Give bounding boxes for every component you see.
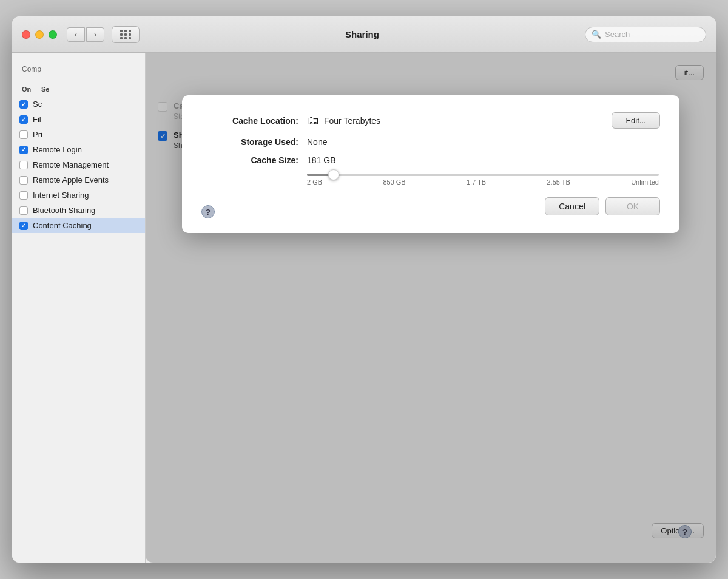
- checkbox-remote-apple-events[interactable]: [19, 176, 28, 185]
- cancel-button[interactable]: Cancel: [545, 197, 599, 215]
- service-name-screen-sharing: Sc: [33, 100, 42, 109]
- modal-help-button[interactable]: ?: [201, 205, 215, 218]
- cache-size-slider-section: 2 GB 850 GB 1.7 TB 2.55 TB Unlimited: [307, 174, 660, 186]
- slider-labels: 2 GB 850 GB 1.7 TB 2.55 TB Unlimited: [307, 178, 659, 186]
- search-placeholder: Search: [605, 30, 630, 39]
- service-item-printer-sharing[interactable]: Pri: [12, 127, 145, 142]
- storage-used-value: None: [307, 137, 327, 147]
- forward-button[interactable]: ›: [86, 27, 104, 42]
- service-name-remote-management: Remote Management: [33, 160, 109, 169]
- content-area: Comp On Se Sc Fil Pri: [12, 53, 716, 563]
- back-button[interactable]: ‹: [67, 27, 85, 42]
- col-on-header: On: [22, 86, 41, 93]
- checkbox-content-caching[interactable]: [19, 222, 28, 230]
- slider-label-unlimited: Unlimited: [631, 178, 659, 186]
- left-panel: Comp On Se Sc Fil Pri: [12, 53, 146, 563]
- right-panel: it... Cache iCloud Content Store iCloud …: [146, 53, 716, 563]
- cache-location-label: Cache Location:: [201, 116, 298, 126]
- computer-name-section: Comp: [12, 60, 145, 83]
- col-service-header: Se: [41, 86, 49, 93]
- checkbox-screen-sharing[interactable]: [19, 100, 28, 109]
- service-list: Sc Fil Pri Remote Login Remote Managemen: [12, 96, 145, 555]
- cache-size-value: 181 GB: [307, 155, 335, 165]
- window-title: Sharing: [140, 29, 585, 39]
- service-item-bluetooth-sharing[interactable]: Bluetooth Sharing: [12, 203, 145, 218]
- checkbox-remote-login[interactable]: [19, 146, 28, 154]
- checkbox-printer-sharing[interactable]: [19, 130, 28, 139]
- storage-used-row: Storage Used: None: [201, 137, 660, 147]
- traffic-lights: [22, 30, 57, 39]
- service-item-remote-apple-events[interactable]: Remote Apple Events: [12, 172, 145, 188]
- cache-location-value: 🗂 Four Terabytes: [307, 113, 380, 127]
- checkbox-file-sharing[interactable]: [19, 115, 28, 124]
- cache-location-row: Cache Location: 🗂 Four Terabytes Edit...: [201, 112, 660, 129]
- service-item-remote-management[interactable]: Remote Management: [12, 157, 145, 172]
- ok-button[interactable]: OK: [605, 197, 660, 215]
- service-item-screen-sharing[interactable]: Sc: [12, 96, 145, 112]
- service-name-remote-apple-events: Remote Apple Events: [33, 175, 109, 185]
- service-item-internet-sharing[interactable]: Internet Sharing: [12, 188, 145, 203]
- service-item-content-caching[interactable]: Content Caching: [12, 218, 145, 233]
- cache-size-row: Cache Size: 181 GB: [201, 155, 660, 165]
- search-box[interactable]: 🔍 Search: [585, 27, 706, 42]
- cache-size-label: Cache Size:: [201, 155, 298, 165]
- service-name-file-sharing: Fil: [33, 115, 41, 124]
- slider-label-255tb: 2.55 TB: [547, 178, 570, 186]
- service-name-bluetooth-sharing: Bluetooth Sharing: [33, 206, 95, 215]
- modal-footer: Cancel OK: [545, 197, 660, 215]
- computer-name-label: Comp: [22, 65, 135, 73]
- modal-overlay: Cache Location: 🗂 Four Terabytes Edit...…: [146, 53, 716, 563]
- modal-dialog: Cache Location: 🗂 Four Terabytes Edit...…: [182, 95, 679, 233]
- modal-edit-button[interactable]: Edit...: [612, 112, 660, 129]
- slider-label-17tb: 1.7 TB: [467, 178, 486, 186]
- slider-label-850gb: 850 GB: [383, 178, 405, 186]
- titlebar: ‹ › Sharing 🔍 Search: [12, 16, 716, 53]
- service-name-remote-login: Remote Login: [33, 145, 82, 154]
- service-name-printer-sharing: Pri: [33, 130, 42, 139]
- service-name-content-caching: Content Caching: [33, 221, 92, 230]
- disk-name: Four Terabytes: [324, 116, 380, 126]
- checkbox-remote-management[interactable]: [19, 161, 28, 169]
- grid-view-button[interactable]: [112, 26, 140, 43]
- grid-icon: [120, 30, 132, 39]
- search-icon: 🔍: [592, 30, 601, 39]
- close-button[interactable]: [22, 30, 30, 39]
- slider-label-2gb: 2 GB: [307, 178, 322, 186]
- storage-used-label: Storage Used:: [201, 137, 298, 147]
- service-item-remote-login[interactable]: Remote Login: [12, 142, 145, 157]
- slider-track[interactable]: [307, 174, 659, 176]
- slider-thumb[interactable]: [328, 169, 339, 180]
- disk-icon: 🗂: [307, 113, 319, 127]
- checkbox-bluetooth-sharing[interactable]: [19, 206, 28, 215]
- checkbox-internet-sharing[interactable]: [19, 191, 28, 200]
- main-window: ‹ › Sharing 🔍 Search Comp On Se: [12, 16, 716, 563]
- services-header: On Se: [12, 83, 145, 95]
- maximize-button[interactable]: [49, 30, 57, 39]
- service-item-file-sharing[interactable]: Fil: [12, 112, 145, 127]
- minimize-button[interactable]: [35, 30, 44, 39]
- modal-footer-row: ? Cancel OK: [201, 194, 660, 218]
- service-name-internet-sharing: Internet Sharing: [33, 191, 89, 200]
- nav-buttons: ‹ ›: [67, 27, 104, 42]
